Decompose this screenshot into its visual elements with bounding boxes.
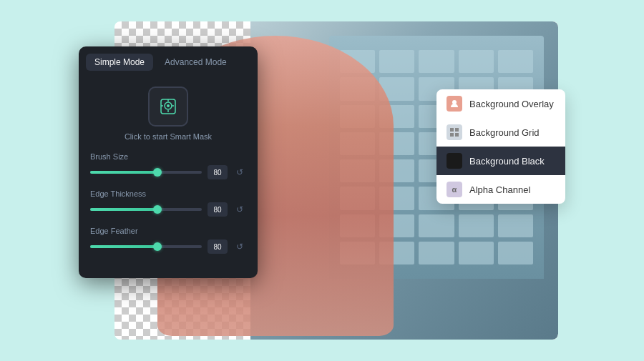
edge-feather-reset[interactable]: ↺ (233, 240, 246, 253)
svg-point-2 (167, 104, 170, 107)
smart-mask-icon-svg (158, 97, 178, 117)
menu-item-label-grid: Background Grid (469, 127, 540, 138)
edge-feather-value: 80 (208, 239, 228, 254)
panel-tabs: Simple Mode Advanced Mode (79, 46, 258, 71)
smart-mask-area: Click to start Smart Mask (79, 79, 258, 152)
edge-thickness-label: Edge Thickness (90, 189, 246, 198)
edge-thickness-controls: 80 ↺ (90, 202, 246, 217)
brush-size-value: 80 (208, 165, 228, 179)
brush-size-fill (90, 171, 157, 174)
svg-rect-8 (450, 128, 454, 132)
menu-item-background-grid[interactable]: Background Grid (436, 118, 565, 147)
brush-size-row: Brush Size 80 ↺ (90, 152, 246, 179)
edge-feather-track[interactable] (90, 245, 202, 248)
edge-feather-controls: 80 ↺ (90, 239, 246, 254)
smart-mask-panel: Simple Mode Advanced Mode Click to start… (79, 46, 258, 278)
brush-size-thumb[interactable] (153, 168, 162, 177)
edge-thickness-reset[interactable]: ↺ (233, 203, 246, 216)
edge-feather-label: Edge Feather (90, 227, 246, 235)
smart-mask-label: Click to start Smart Mask (125, 132, 212, 141)
tab-simple-mode[interactable]: Simple Mode (86, 54, 153, 71)
menu-item-background-overlay[interactable]: Background Overlay (436, 89, 565, 118)
edge-feather-fill (90, 245, 157, 248)
brush-size-track[interactable] (90, 171, 202, 174)
overlay-icon (447, 96, 462, 112)
menu-item-alpha-channel[interactable]: α Alpha Channel (436, 175, 565, 204)
background-dropdown-menu: Background Overlay Background Grid Backg… (436, 89, 565, 204)
window-cell (459, 242, 494, 264)
brush-size-controls: 80 ↺ (90, 165, 246, 179)
menu-item-label-alpha: Alpha Channel (469, 184, 530, 195)
edge-thickness-fill (90, 208, 157, 211)
window-cell (498, 214, 533, 237)
tab-advanced-mode[interactable]: Advanced Mode (156, 54, 235, 71)
edge-thickness-row: Edge Thickness 80 ↺ (90, 189, 246, 217)
edge-thickness-thumb[interactable] (153, 205, 162, 214)
window-cell (419, 50, 454, 73)
window-cell (379, 50, 414, 73)
svg-rect-12 (450, 157, 459, 165)
menu-item-background-black[interactable]: Background Black (436, 147, 565, 175)
menu-item-label-black: Background Black (469, 156, 545, 167)
window-cell (459, 214, 494, 237)
slider-section: Brush Size 80 ↺ Edge Thickness 80 ↺ (79, 152, 258, 254)
window-cell (419, 214, 454, 237)
edge-thickness-value: 80 (208, 202, 228, 217)
black-icon (447, 153, 462, 169)
svg-rect-9 (455, 128, 459, 132)
grid-icon (447, 124, 462, 140)
smart-mask-button[interactable] (148, 86, 188, 127)
window-cell (419, 242, 454, 264)
edge-thickness-track[interactable] (90, 208, 202, 211)
window-cell (498, 50, 533, 73)
window-cell (459, 50, 494, 73)
alpha-icon: α (447, 182, 462, 197)
svg-rect-11 (455, 133, 459, 137)
edge-feather-row: Edge Feather 80 ↺ (90, 227, 246, 254)
brush-size-label: Brush Size (90, 152, 246, 161)
svg-rect-10 (450, 133, 454, 137)
window-cell (498, 242, 533, 264)
menu-item-label-overlay: Background Overlay (469, 99, 554, 109)
brush-size-reset[interactable]: ↺ (233, 166, 246, 179)
edge-feather-thumb[interactable] (153, 242, 162, 251)
